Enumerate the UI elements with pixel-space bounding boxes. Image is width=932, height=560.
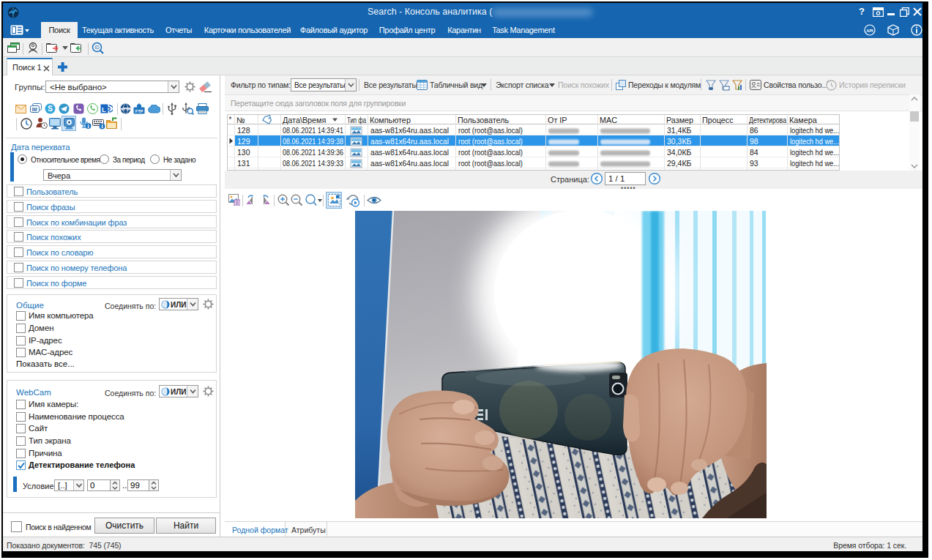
svg-text:root (root@aas.local): root (root@aas.local) xyxy=(458,137,523,146)
svg-text:Дата\Время: Дата\Время xyxy=(283,116,327,124)
svg-text:Камера: Камера xyxy=(789,116,817,124)
svg-text:129: 129 xyxy=(237,137,250,146)
svg-text:i: i xyxy=(87,123,89,130)
svg-text:logitech hd we...: logitech hd we... xyxy=(790,159,839,168)
svg-text:08.06.2021 14:39:33: 08.06.2021 14:39:33 xyxy=(283,159,343,168)
svg-text:aas-w81x64ru.aas.local: aas-w81x64ru.aas.local xyxy=(370,126,449,135)
svg-text:logitech hd we...: logitech hd we... xyxy=(790,126,839,135)
svg-text:root (root@aas.local): root (root@aas.local) xyxy=(458,159,523,168)
svg-text:logitech hd we...: logitech hd we... xyxy=(790,137,839,146)
svg-text:API: API xyxy=(866,29,873,33)
svg-text:root (root@aas.local): root (root@aas.local) xyxy=(458,126,523,135)
svg-text:128: 128 xyxy=(237,126,250,135)
svg-text:S: S xyxy=(48,105,53,113)
svg-text:98: 98 xyxy=(750,137,758,146)
svg-text:HTTP: HTTP xyxy=(120,107,131,111)
svg-text:08.06.2021 14:39:41: 08.06.2021 14:39:41 xyxy=(283,126,343,135)
svg-text:Тип фа: Тип фа xyxy=(347,116,366,124)
svg-text:131: 131 xyxy=(237,159,250,168)
svg-text:Детектирова: Детектирова xyxy=(749,116,786,124)
svg-text:29,4КБ: 29,4КБ xyxy=(667,159,692,168)
svg-text:От IP: От IP xyxy=(548,116,567,124)
svg-text:Пользователь: Пользователь xyxy=(458,116,509,124)
svg-text:L: L xyxy=(102,106,106,113)
svg-text:FTP: FTP xyxy=(135,109,143,113)
svg-text:34,0КБ: 34,0КБ xyxy=(667,148,692,157)
svg-text:root (root@aas.local): root (root@aas.local) xyxy=(458,148,523,157)
svg-text:30,3КБ: 30,3КБ xyxy=(667,137,692,146)
svg-text:i: i xyxy=(101,123,102,130)
svg-text:aas-w81x64ru.aas.local: aas-w81x64ru.aas.local xyxy=(370,137,449,146)
svg-text:31,4КБ: 31,4КБ xyxy=(667,126,692,135)
svg-text:logitech hd we...: logitech hd we... xyxy=(790,148,839,157)
svg-text:Процесс: Процесс xyxy=(702,116,734,124)
svg-text:ID: ID xyxy=(94,45,100,50)
svg-text:*: * xyxy=(229,116,232,124)
svg-text:08.06.2021 14:39:36: 08.06.2021 14:39:36 xyxy=(283,148,343,157)
svg-text:Размер: Размер xyxy=(666,116,693,124)
svg-text:IM: IM xyxy=(32,107,37,112)
svg-text:130: 130 xyxy=(237,148,250,157)
svg-text:aas-w81x64ru.aas.local: aas-w81x64ru.aas.local xyxy=(370,148,449,157)
svg-text:aas-w81x64ru.aas.local: aas-w81x64ru.aas.local xyxy=(370,159,449,168)
svg-text:MAC: MAC xyxy=(600,116,617,124)
svg-text:№: № xyxy=(236,116,245,124)
svg-text:Компьютер: Компьютер xyxy=(370,116,411,124)
svg-text:08.06.2021 14:39:38: 08.06.2021 14:39:38 xyxy=(283,137,343,146)
svg-text:84: 84 xyxy=(750,148,758,157)
svg-text:93: 93 xyxy=(750,159,758,168)
svg-text:86: 86 xyxy=(750,126,758,135)
